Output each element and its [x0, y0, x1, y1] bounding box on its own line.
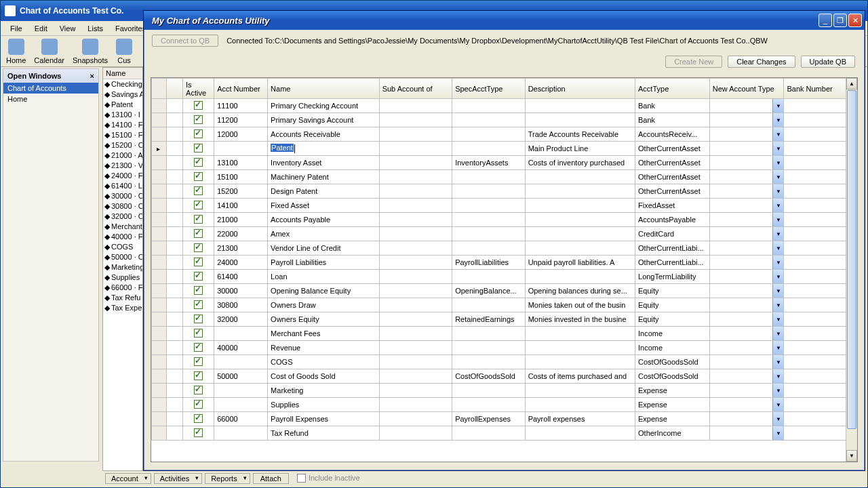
clear-changes-button[interactable]: Clear Changes [728, 56, 795, 68]
row-selector[interactable] [152, 213, 167, 227]
minimize-button[interactable]: _ [818, 14, 832, 27]
description-cell[interactable] [525, 170, 635, 184]
is-active-cell[interactable] [183, 426, 214, 441]
is-active-cell[interactable] [183, 213, 214, 227]
is-active-cell[interactable] [183, 312, 214, 327]
navlist-row[interactable]: ◆21300 · V [103, 161, 142, 171]
spec-acct-type-cell[interactable] [452, 355, 526, 369]
acct-type-cell[interactable]: OtherCurrentLiabi... [635, 241, 710, 256]
new-account-type-cell[interactable]: ▼ [709, 412, 784, 426]
menu-lists[interactable]: Lists [82, 23, 108, 34]
acct-number-cell[interactable] [214, 327, 268, 341]
checkbox-icon[interactable] [194, 101, 203, 110]
new-account-type-cell[interactable]: ▼ [709, 284, 784, 298]
name-cell[interactable]: Accounts Payable [268, 213, 380, 227]
dropdown-arrow-icon[interactable]: ▼ [772, 213, 783, 226]
acct-type-cell[interactable]: OtherCurrentLiabi... [635, 256, 710, 270]
dropdown-arrow-icon[interactable]: ▼ [772, 142, 783, 155]
acct-number-cell[interactable]: 14100 [214, 199, 268, 213]
navlist-row[interactable]: ◆24000 · F [103, 171, 142, 181]
table-row[interactable]: PatentMain Product LineOtherCurrentAsset… [152, 142, 857, 156]
is-active-cell[interactable] [183, 256, 214, 270]
description-cell[interactable]: Trade Accounts Receivable [525, 127, 635, 142]
name-cell[interactable]: Fixed Asset [268, 199, 380, 213]
spec-acct-type-cell[interactable] [452, 398, 526, 412]
name-cell[interactable]: Machinery Patent [268, 170, 380, 184]
navlist-row[interactable]: ◆COGS [103, 242, 142, 252]
name-cell[interactable]: Tax Refund [268, 426, 380, 441]
acct-number-cell[interactable]: 66000 [214, 412, 268, 426]
navlist-row[interactable]: ◆13100 · I [103, 110, 142, 120]
new-account-type-cell[interactable]: ▼ [709, 256, 784, 270]
new-account-type-cell[interactable]: ▼ [709, 312, 784, 327]
description-cell[interactable]: Opening balances during se... [525, 284, 635, 298]
acct-type-cell[interactable]: Expense [635, 412, 710, 426]
include-inactive-checkbox[interactable] [297, 474, 306, 483]
spec-acct-type-cell[interactable] [452, 227, 526, 241]
acct-type-cell[interactable]: Equity [635, 298, 710, 312]
table-row[interactable]: 24000Payroll LiabilitiesPayrollLiabiliti… [152, 256, 857, 270]
acct-type-cell[interactable]: AccountsPayable [635, 213, 710, 227]
description-cell[interactable] [525, 341, 635, 355]
is-active-cell[interactable] [183, 142, 214, 156]
is-active-cell[interactable] [183, 298, 214, 312]
new-account-type-cell[interactable]: ▼ [709, 341, 784, 355]
table-row[interactable]: 15200Design PatentOtherCurrentAsset▼ [152, 184, 857, 199]
table-row[interactable]: 14100Fixed AssetFixedAsset▼ [152, 199, 857, 213]
acct-type-cell[interactable]: OtherIncome [635, 426, 710, 441]
sub-account-cell[interactable] [379, 199, 452, 213]
new-account-type-cell[interactable]: ▼ [709, 156, 784, 170]
checkbox-icon[interactable] [194, 172, 203, 181]
acct-number-cell[interactable] [214, 142, 268, 156]
sub-account-cell[interactable] [379, 384, 452, 398]
name-cell[interactable]: Payroll Liabilities [268, 256, 380, 270]
sub-account-cell[interactable] [379, 298, 452, 312]
spec-acct-type-cell[interactable] [452, 327, 526, 341]
spec-acct-type-cell[interactable]: PayrollLiabilities [452, 256, 526, 270]
navlist-row[interactable]: ◆Savings A [103, 89, 142, 100]
navlist-row[interactable]: ◆66000 · F [103, 283, 142, 293]
name-cell[interactable]: COGS [268, 355, 380, 369]
new-account-type-cell[interactable]: ▼ [709, 384, 784, 398]
checkbox-icon[interactable] [194, 428, 203, 437]
checkbox-icon[interactable] [194, 414, 203, 423]
maximize-button[interactable]: ❐ [833, 14, 847, 27]
new-account-type-cell[interactable]: ▼ [709, 127, 784, 142]
description-cell[interactable] [525, 384, 635, 398]
table-row[interactable]: 30800Owners DrawMonies taken out of the … [152, 298, 857, 312]
sub-account-cell[interactable] [379, 327, 452, 341]
dropdown-arrow-icon[interactable]: ▼ [772, 355, 783, 369]
spec-acct-type-cell[interactable] [452, 213, 526, 227]
is-active-cell[interactable] [183, 355, 214, 369]
dropdown-arrow-icon[interactable]: ▼ [772, 426, 783, 440]
scroll-thumb[interactable] [847, 90, 856, 429]
spec-acct-type-cell[interactable] [452, 113, 526, 127]
name-cell[interactable]: Owners Equity [268, 312, 380, 327]
dropdown-arrow-icon[interactable]: ▼ [772, 284, 783, 298]
dropdown-arrow-icon[interactable]: ▼ [772, 184, 783, 198]
new-account-type-cell[interactable]: ▼ [709, 113, 784, 127]
row-selector[interactable] [152, 99, 167, 113]
table-row[interactable]: 15100Machinery PatentOtherCurrentAsset▼ [152, 170, 857, 184]
new-account-type-cell[interactable]: ▼ [709, 199, 784, 213]
description-cell[interactable]: Costs of inventory purchased [525, 156, 635, 170]
include-inactive[interactable]: Include inactive [297, 474, 360, 483]
spec-acct-type-cell[interactable] [452, 142, 526, 156]
description-cell[interactable]: Monies invested in the busine [525, 312, 635, 327]
table-row[interactable]: 32000Owners EquityRetainedEarningsMonies… [152, 312, 857, 327]
column-header[interactable]: Acct Number [214, 79, 268, 99]
tbtn-customers[interactable]: Cus [116, 39, 132, 64]
navlist-row[interactable]: ◆Marketing [103, 262, 142, 272]
acct-type-cell[interactable]: OtherCurrentAsset [635, 142, 710, 156]
acct-number-cell[interactable]: 21300 [214, 241, 268, 256]
dropdown-arrow-icon[interactable]: ▼ [772, 170, 783, 184]
reports-dropdown[interactable]: Reports [205, 473, 250, 484]
name-cell[interactable]: Accounts Receivable [268, 127, 380, 142]
row-selector[interactable] [152, 327, 167, 341]
sub-account-cell[interactable] [379, 227, 452, 241]
checkbox-icon[interactable] [194, 158, 203, 167]
row-selector[interactable] [152, 369, 167, 384]
name-cell[interactable]: Design Patent [268, 184, 380, 199]
name-cell[interactable]: Primary Savings Account [268, 113, 380, 127]
spec-acct-type-cell[interactable] [452, 170, 526, 184]
